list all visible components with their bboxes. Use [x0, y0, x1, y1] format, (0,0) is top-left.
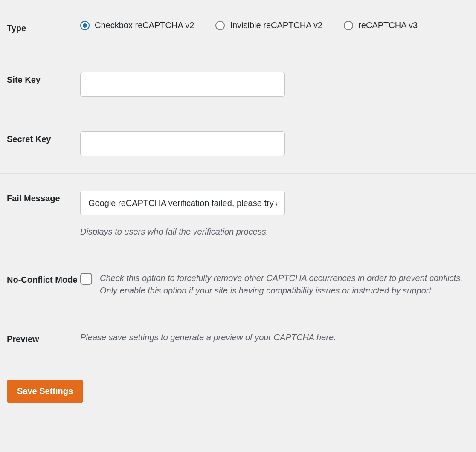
no-conflict-description: Check this option to forcefully remove o…: [100, 272, 469, 297]
fail-message-row: Fail Message Displays to users who fail …: [0, 174, 476, 255]
site-key-content: [80, 72, 469, 97]
secret-key-content: [80, 131, 469, 156]
secret-key-label: Secret Key: [7, 131, 80, 145]
site-key-input[interactable]: [80, 72, 285, 97]
type-content: Checkbox reCAPTCHA v2 Invisible reCAPTCH…: [80, 20, 469, 30]
fail-message-content: Displays to users who fail the verificat…: [80, 191, 469, 238]
radio-icon: [344, 21, 353, 30]
fail-message-label: Fail Message: [7, 191, 80, 204]
preview-text: Please save settings to generate a previ…: [80, 331, 469, 343]
type-radio-checkbox-v2[interactable]: Checkbox reCAPTCHA v2: [80, 20, 194, 30]
radio-label: Invisible reCAPTCHA v2: [230, 20, 322, 30]
site-key-row: Site Key: [0, 55, 476, 114]
type-label: Type: [7, 20, 80, 34]
fail-message-help: Displays to users who fail the verificat…: [80, 226, 469, 238]
save-row: Save Settings: [0, 362, 476, 410]
secret-key-row: Secret Key: [0, 114, 476, 174]
type-radio-invisible-v2[interactable]: Invisible reCAPTCHA v2: [215, 20, 322, 30]
no-conflict-row: No-Conflict Mode Check this option to fo…: [0, 255, 476, 314]
site-key-label: Site Key: [7, 72, 80, 86]
preview-content: Please save settings to generate a previ…: [80, 331, 469, 343]
radio-icon: [80, 21, 90, 30]
no-conflict-label: No-Conflict Mode: [7, 272, 80, 286]
no-conflict-content: Check this option to forcefully remove o…: [80, 272, 469, 297]
radio-label: Checkbox reCAPTCHA v2: [95, 20, 194, 30]
radio-icon: [215, 21, 225, 30]
save-settings-button[interactable]: Save Settings: [7, 380, 83, 403]
type-radio-v3[interactable]: reCAPTCHA v3: [344, 20, 418, 30]
fail-message-input[interactable]: [80, 191, 285, 215]
preview-row: Preview Please save settings to generate…: [0, 314, 476, 362]
secret-key-input[interactable]: [80, 131, 285, 156]
no-conflict-checkbox[interactable]: [80, 273, 92, 285]
type-radio-group: Checkbox reCAPTCHA v2 Invisible reCAPTCH…: [80, 20, 469, 30]
type-row: Type Checkbox reCAPTCHA v2 Invisible reC…: [0, 0, 476, 55]
radio-label: reCAPTCHA v3: [358, 20, 418, 30]
no-conflict-checkbox-wrap: Check this option to forcefully remove o…: [80, 272, 469, 297]
preview-label: Preview: [7, 331, 80, 345]
